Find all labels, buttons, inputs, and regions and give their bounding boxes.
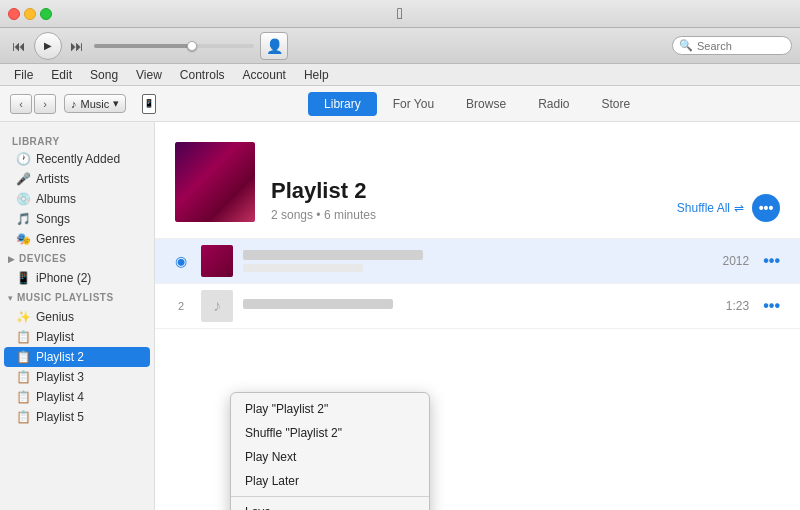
play-button[interactable]: ▶ bbox=[34, 32, 62, 60]
playlist-meta: 2 songs • 6 minutes bbox=[271, 208, 376, 222]
menu-edit[interactable]: Edit bbox=[43, 66, 80, 84]
sidebar-item-genres[interactable]: 🎭 Genres bbox=[4, 229, 150, 249]
progress-bar[interactable] bbox=[94, 44, 254, 48]
playback-controls: ⏮ ▶ ⏭ bbox=[8, 32, 88, 60]
track-year: 2012 bbox=[722, 254, 749, 268]
menu-controls[interactable]: Controls bbox=[172, 66, 233, 84]
track-name bbox=[243, 250, 423, 260]
table-row[interactable]: ◉ 2012 ••• bbox=[155, 239, 800, 284]
track-list: ◉ 2012 ••• 2 ♪ 1:23 ••• bbox=[155, 239, 800, 329]
tab-for-you[interactable]: For You bbox=[377, 92, 450, 116]
sidebar-item-albums[interactable]: 💿 Albums bbox=[4, 189, 150, 209]
tab-browse[interactable]: Browse bbox=[450, 92, 522, 116]
ctx-shuffle-playlist[interactable]: Shuffle "Playlist 2" bbox=[231, 421, 429, 445]
album-icon: 💿 bbox=[16, 192, 30, 206]
context-menu: Play "Playlist 2" Shuffle "Playlist 2" P… bbox=[230, 392, 430, 510]
sidebar-item-playlist4[interactable]: 📋 Playlist 4 bbox=[4, 387, 150, 407]
sidebar-item-label: Albums bbox=[36, 192, 76, 206]
search-input[interactable] bbox=[697, 40, 787, 52]
sidebar-item-artists[interactable]: 🎤 Artists bbox=[4, 169, 150, 189]
playlist3-icon: 📋 bbox=[16, 370, 30, 384]
minimize-button[interactable] bbox=[24, 8, 36, 20]
iphone-icon: 📱 bbox=[16, 271, 30, 285]
menu-song[interactable]: Song bbox=[82, 66, 126, 84]
devices-caret-icon: ▶ bbox=[8, 254, 15, 264]
playlist4-icon: 📋 bbox=[16, 390, 30, 404]
sidebar-item-songs[interactable]: 🎵 Songs bbox=[4, 209, 150, 229]
main-layout: Library 🕐 Recently Added 🎤 Artists 💿 Alb… bbox=[0, 122, 800, 510]
menu-help[interactable]: Help bbox=[296, 66, 337, 84]
progress-fill bbox=[94, 44, 190, 48]
track-artist bbox=[243, 264, 363, 272]
source-label: Music bbox=[81, 98, 110, 110]
genre-icon: 🎭 bbox=[16, 232, 30, 246]
tab-library[interactable]: Library bbox=[308, 92, 377, 116]
ctx-play-playlist[interactable]: Play "Playlist 2" bbox=[231, 397, 429, 421]
playlist-artwork bbox=[175, 142, 255, 222]
progress-thumb bbox=[187, 41, 197, 51]
track-info bbox=[243, 299, 716, 313]
sidebar-item-playlist2[interactable]: 📋 Playlist 2 bbox=[4, 347, 150, 367]
sidebar-item-label: Artists bbox=[36, 172, 69, 186]
shuffle-all-button[interactable]: Shuffle All ⇌ bbox=[677, 201, 744, 215]
sidebar-item-iphone[interactable]: 📱 iPhone (2) bbox=[4, 268, 150, 288]
nav-bar: ‹ › ♪ Music ▾ 📱 Library For You Browse R… bbox=[0, 86, 800, 122]
more-icon: ••• bbox=[759, 200, 774, 216]
playlist-title: Playlist 2 bbox=[271, 178, 376, 204]
sidebar-item-label: iPhone (2) bbox=[36, 271, 91, 285]
tab-store[interactable]: Store bbox=[585, 92, 646, 116]
ctx-love[interactable]: Love bbox=[231, 500, 429, 510]
rewind-button[interactable]: ⏮ bbox=[8, 36, 30, 56]
apple-logo:  bbox=[397, 5, 403, 23]
source-selector[interactable]: ♪ Music ▾ bbox=[64, 94, 126, 113]
playlist5-icon: 📋 bbox=[16, 410, 30, 424]
menu-account[interactable]: Account bbox=[235, 66, 294, 84]
device-icon[interactable]: 📱 bbox=[142, 94, 156, 114]
playlists-caret-icon: ▾ bbox=[8, 293, 13, 303]
track-info bbox=[243, 250, 712, 272]
devices-section-header[interactable]: ▶ Devices bbox=[0, 249, 154, 268]
playlists-section-header[interactable]: ▾ Music Playlists bbox=[0, 288, 154, 307]
maximize-button[interactable] bbox=[40, 8, 52, 20]
ctx-play-next[interactable]: Play Next bbox=[231, 445, 429, 469]
devices-section-label: Devices bbox=[19, 253, 66, 264]
playlists-section-label: Music Playlists bbox=[17, 292, 114, 303]
ctx-play-later[interactable]: Play Later bbox=[231, 469, 429, 493]
track-name bbox=[243, 299, 393, 309]
track-more-button[interactable]: ••• bbox=[759, 252, 784, 270]
sidebar-item-label: Recently Added bbox=[36, 152, 120, 166]
header-actions: Shuffle All ⇌ ••• bbox=[677, 194, 780, 222]
track-artwork-placeholder: ♪ bbox=[201, 290, 233, 322]
sidebar: Library 🕐 Recently Added 🎤 Artists 💿 Alb… bbox=[0, 122, 155, 510]
nav-forward[interactable]: › bbox=[34, 94, 56, 114]
track-more-button[interactable]: ••• bbox=[759, 297, 784, 315]
sidebar-item-playlist3[interactable]: 📋 Playlist 3 bbox=[4, 367, 150, 387]
user-icon[interactable]: 👤 bbox=[260, 32, 288, 60]
search-box[interactable]: 🔍 bbox=[672, 36, 792, 55]
sidebar-item-genius[interactable]: ✨ Genius bbox=[4, 307, 150, 327]
table-row[interactable]: 2 ♪ 1:23 ••• bbox=[155, 284, 800, 329]
song-icon: 🎵 bbox=[16, 212, 30, 226]
menu-file[interactable]: File bbox=[6, 66, 41, 84]
ctx-separator-1 bbox=[231, 496, 429, 497]
sidebar-item-label: Songs bbox=[36, 212, 70, 226]
sidebar-item-playlist5[interactable]: 📋 Playlist 5 bbox=[4, 407, 150, 427]
sidebar-item-label: Genres bbox=[36, 232, 75, 246]
nav-back[interactable]: ‹ bbox=[10, 94, 32, 114]
more-button[interactable]: ••• bbox=[752, 194, 780, 222]
genius-icon: ✨ bbox=[16, 310, 30, 324]
forward-button[interactable]: ⏭ bbox=[66, 36, 88, 56]
music-note-icon: ♪ bbox=[71, 98, 77, 110]
sidebar-item-label: Genius bbox=[36, 310, 74, 324]
sidebar-item-label: Playlist 3 bbox=[36, 370, 84, 384]
playlist2-icon: 📋 bbox=[16, 350, 30, 364]
library-section-label: Library bbox=[0, 130, 154, 149]
sidebar-item-playlist[interactable]: 📋 Playlist bbox=[4, 327, 150, 347]
shuffle-label: Shuffle All bbox=[677, 201, 730, 215]
tab-radio[interactable]: Radio bbox=[522, 92, 585, 116]
menu-view[interactable]: View bbox=[128, 66, 170, 84]
close-button[interactable] bbox=[8, 8, 20, 20]
shuffle-icon: ⇌ bbox=[734, 201, 744, 215]
sidebar-item-recently-added[interactable]: 🕐 Recently Added bbox=[4, 149, 150, 169]
track-artwork bbox=[201, 245, 233, 277]
